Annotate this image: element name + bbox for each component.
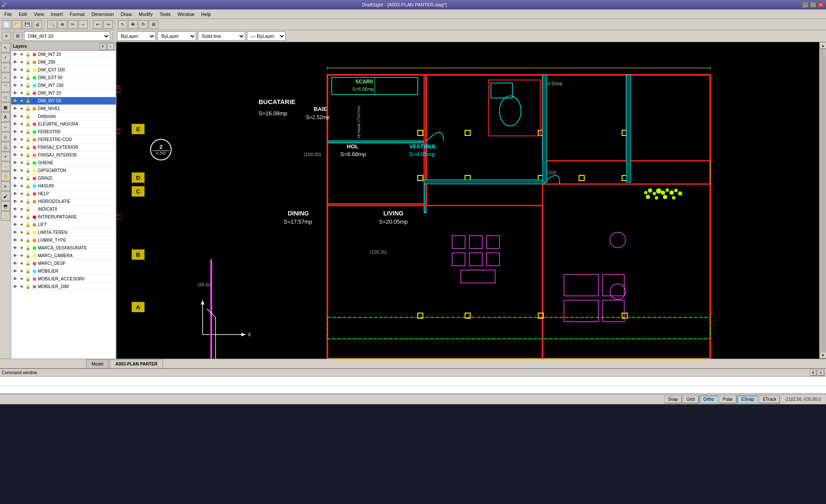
color-dropdown[interactable]: ByLayer [117, 31, 156, 41]
layer-row[interactable]: 👁 ☀ 🔓 MOBILIER_ACCESORII [11, 275, 116, 283]
lineweight-dropdown[interactable]: — ByLayer [247, 31, 286, 41]
snap-settings[interactable]: ⊞ [149, 20, 158, 29]
menu-tools[interactable]: Tools [156, 11, 174, 18]
undo[interactable]: ↩ [93, 20, 102, 29]
menu-modify[interactable]: Modify [135, 11, 156, 18]
command-input[interactable] [0, 386, 826, 393]
menu-dimension[interactable]: Dimension [88, 11, 117, 18]
etrack-button[interactable]: ETrack [759, 396, 780, 403]
layer-row[interactable]: 👁 ☀ 🔓 MOBILIER [11, 267, 116, 275]
layer-row[interactable]: 👁 ☀ 🔓 ELEVATIE_HASURA [11, 120, 116, 128]
menu-draw[interactable]: Draw [117, 11, 136, 18]
draw-arc[interactable]: ⌒ [1, 83, 10, 92]
layer-row[interactable]: 👁 ☀ 🔓 DIM_INT 100 [11, 82, 116, 89]
layer-row[interactable]: 👁 ☀ 🔓 FINISAJ_EXTERIOR [11, 144, 116, 151]
layer-row[interactable]: 👁 ☀ 🔓 MARCI_DESF [11, 260, 116, 267]
layer-row[interactable]: 👁 ☀ 🔓 MOBILIER_DIM [11, 283, 116, 291]
layer-row[interactable]: 👁 ☀ 🔓 Defpoints [11, 113, 116, 120]
layer-props[interactable]: ⊞ [13, 32, 22, 40]
layer-add[interactable]: + [99, 43, 106, 50]
snap-midpoint[interactable]: △ [1, 142, 10, 151]
snap-endpoint[interactable]: ◇ [1, 132, 10, 141]
layer-row[interactable]: 👁 ☀ 🔓 LIFT [11, 221, 116, 229]
menu-help[interactable]: Help [198, 11, 215, 18]
redo[interactable]: ↪ [103, 20, 113, 29]
properties[interactable]: ≡ [1, 181, 10, 191]
menu-edit[interactable]: Edit [15, 11, 31, 18]
ortho-button[interactable]: Ortho [700, 396, 718, 403]
grid-button[interactable]: Grid [683, 396, 699, 403]
scroll-down[interactable]: ▼ [820, 352, 826, 359]
linestyle-dropdown[interactable]: Solid line [198, 31, 245, 41]
open-button[interactable]: 📂 [12, 20, 22, 29]
layer-row[interactable]: 👁 ☀ 🔓 MARCA_DESFASURATE [11, 244, 116, 252]
zoom-out[interactable]: - [1, 162, 10, 171]
zoom-all[interactable]: ⊕ [58, 20, 67, 29]
drawing-canvas[interactable]: S=2.52mp X [117, 42, 819, 359]
draw-line[interactable]: / [1, 53, 10, 62]
move[interactable]: ✥ [128, 20, 138, 29]
layer-row[interactable]: 👁 ☀ 🔓 HIDROIZOLATIE [11, 198, 116, 206]
layer-row[interactable]: 👁 ☀ 🔓 DIM_EXT 50 [11, 74, 116, 82]
draw-circle[interactable]: ○ [1, 73, 10, 82]
draw-polyline[interactable]: ⌐ [1, 63, 10, 72]
layer-row[interactable]: 👁 ☀ 🔓 DIM_NIVEL [11, 105, 116, 113]
menu-format[interactable]: Format [66, 11, 88, 18]
tab-plan-parter[interactable]: A003-PLAN PARTER [110, 360, 163, 368]
close-button[interactable]: ✕ [817, 2, 824, 8]
pan[interactable]: ✋ [1, 172, 10, 181]
layer-row[interactable]: 👁 ☀ 🔓 FINISAJ_INTERIOR [11, 151, 116, 159]
layer-row[interactable]: 👁 ☀ 🔓 LIMITA-TEREN [11, 229, 116, 237]
layer-row[interactable]: 👁 ☀ 🔓 GHENE [11, 159, 116, 167]
layer-row[interactable]: 👁 ☀ 🔓 GIPSCARTON [11, 167, 116, 175]
save-button[interactable]: 💾 [22, 20, 32, 29]
layer-row[interactable]: 👁 ☀ 🔓 HELP [11, 190, 116, 198]
layer-row[interactable]: 👁 ☀ 🔓 INTRERUPATOARE [11, 213, 116, 221]
snap-button[interactable]: Snap [664, 396, 682, 403]
cmd-close-button[interactable]: ✕ [817, 370, 824, 376]
scroll-up[interactable]: ▲ [820, 42, 826, 49]
cmd-resize-button[interactable]: ⬆ [810, 370, 817, 376]
layer-row[interactable]: 👁 ☀ 🔓 DIM_200 [11, 58, 116, 66]
match-props[interactable]: 🖌 [1, 191, 10, 201]
layer-row[interactable]: 👁 ☀ 🔓 HASURI [11, 182, 116, 190]
layer-manager[interactable]: ≡ [2, 32, 11, 40]
zoom-window[interactable]: 🔍 [47, 20, 57, 29]
extend[interactable]: ↔ [78, 20, 88, 29]
layer-row[interactable]: 👁 ☀ 🔓 GRINZI [11, 175, 116, 182]
maximize-button[interactable]: □ [810, 2, 817, 8]
rotate[interactable]: ↻ [139, 20, 148, 29]
linetype-dropdown[interactable]: ByLayer [157, 31, 196, 41]
tab-model[interactable]: Model [86, 360, 109, 368]
layer-row[interactable]: 👁 ☀ 🔓 INDICATII [11, 206, 116, 213]
draw-text[interactable]: A [1, 112, 10, 122]
draw-rect[interactable]: □ [1, 92, 10, 102]
scroll-thumb[interactable] [820, 49, 826, 351]
layer-row[interactable]: 👁 ☀ 🔓 LUMINI_TYPE [11, 237, 116, 244]
new-button[interactable]: 📄 [2, 20, 11, 29]
draw-dim[interactable]: ↔ [1, 122, 10, 132]
layer-row[interactable]: 👁 ☀ 🔓 DIM_INT 20 [11, 51, 116, 58]
menu-file[interactable]: File [1, 11, 15, 18]
menu-window[interactable]: Window [174, 11, 197, 18]
trim[interactable]: ✂ [68, 20, 77, 29]
select[interactable]: ↖ [118, 20, 127, 29]
minimize-button[interactable]: _ [802, 2, 809, 8]
draw-hatch[interactable]: ▦ [1, 102, 10, 112]
layer-dropdown[interactable]: DIM_INT 20 [24, 31, 110, 41]
window-controls[interactable]: _ □ ✕ [802, 2, 824, 8]
insert-block[interactable]: ⬒ [1, 201, 10, 211]
measure[interactable]: 📏 [1, 211, 10, 221]
menu-insert[interactable]: Insert [47, 11, 66, 18]
layer-row[interactable]: 👁 ☀ 🔓 MARCI_CAMERA [11, 252, 116, 260]
layer-row[interactable]: 👁 ☀ 🔓 DIM_INT 50 [11, 97, 116, 105]
layer-delete[interactable]: - [107, 43, 114, 50]
layer-row[interactable]: 👁 ☀ 🔓 DIM_EXT 100 [11, 66, 116, 74]
print-button[interactable]: 🖨 [33, 20, 42, 29]
zoom-in[interactable]: + [1, 152, 10, 161]
menu-view[interactable]: View [31, 11, 48, 18]
layer-row[interactable]: 👁 ☀ 🔓 FERESTRE [11, 128, 116, 136]
vertical-scrollbar[interactable]: ▲ ▼ [819, 42, 826, 359]
cursor-tool[interactable]: ↖ [1, 43, 10, 52]
esnap-button[interactable]: ESnap [737, 396, 758, 403]
